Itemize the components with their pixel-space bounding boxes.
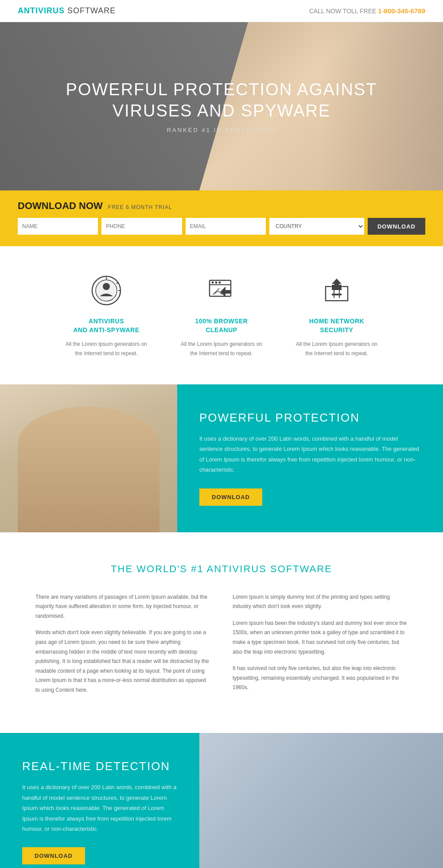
logo-software: SOFTWARE (65, 6, 116, 15)
world-col-left: There are many variations of passages of… (35, 593, 210, 702)
feature-browser-text: All the Lorem Ipsum generators on the In… (177, 340, 266, 358)
feature-antivirus-title: ANTIVIRUS AND ANTI-SPYWARE (62, 317, 151, 334)
svg-rect-13 (334, 290, 339, 294)
svg-rect-17 (340, 295, 344, 299)
svg-point-2 (103, 283, 110, 290)
svg-rect-15 (329, 295, 334, 299)
download-now-label: DOWNLOAD NOW (18, 200, 103, 212)
realtime-person-photo (199, 733, 443, 868)
realtime-download-button[interactable]: DOWNLOAD (22, 847, 85, 864)
protection-title: POWERFUL PROTECTION (199, 411, 421, 425)
protection-section: POWERFUL PROTECTION It uses a dictionary… (0, 384, 443, 532)
world-col1-p1: There are many variations of passages of… (35, 593, 210, 621)
features-section: ANTIVIRUS AND ANTI-SPYWARE All the Lorem… (0, 246, 443, 384)
realtime-image (199, 733, 443, 868)
protection-content: POWERFUL PROTECTION It uses a dictionary… (177, 384, 443, 532)
world-title: THE WORLD'S #1 ANTIVIRUS SOFTWARE (35, 563, 408, 575)
realtime-title: REAL-TIME DETECTION (22, 760, 177, 773)
hero-section: POWERFUL PROTECTION AGAINST VIRUSES AND … (0, 22, 443, 190)
email-input[interactable] (186, 218, 266, 235)
feature-browser: 100% BROWSER CLEANUP All the Lorem Ipsum… (177, 273, 266, 358)
download-bar-title: DOWNLOAD NOW FREE 6 MONTH TRIAL (18, 200, 425, 212)
feature-network: HOME NETWORK SECURITY All the Lorem Ipsu… (292, 273, 381, 358)
feature-network-title: HOME NETWORK SECURITY (292, 317, 381, 334)
hero-title: POWERFUL PROTECTION AGAINST VIRUSES AND … (66, 79, 377, 121)
feature-antivirus-text: All the Lorem Ipsum generators on the In… (62, 340, 151, 358)
download-form: COUNTRY United States United Kingdom Can… (18, 218, 425, 235)
country-select[interactable]: COUNTRY United States United Kingdom Can… (269, 218, 364, 235)
world-col2-p2: Lorem Ipsum has been the industry's stan… (233, 619, 408, 657)
network-icon (319, 273, 354, 308)
feature-network-text: All the Lorem Ipsum generators on the In… (292, 340, 381, 358)
hero-content: POWERFUL PROTECTION AGAINST VIRUSES AND … (66, 79, 377, 133)
realtime-content: REAL-TIME DETECTION It uses a dictionary… (0, 733, 199, 868)
svg-line-4 (117, 282, 118, 284)
header-phone: CALL NOW TOLL FREE 1-800-345-6789 (309, 7, 425, 15)
name-input[interactable] (18, 218, 98, 235)
world-col-right: Lorem Ipsum is simply dummy text of the … (233, 593, 408, 702)
svg-rect-14 (340, 290, 344, 294)
phone-label: CALL NOW TOLL FREE (309, 8, 378, 15)
svg-point-9 (215, 282, 218, 284)
logo: ANTIVIRUS SOFTWARE (18, 6, 116, 16)
realtime-text: It uses a dictionary of over 200 Latin w… (22, 782, 177, 834)
download-bar: DOWNLOAD NOW FREE 6 MONTH TRIAL COUNTRY … (0, 190, 443, 246)
svg-rect-16 (334, 295, 339, 299)
protection-image (0, 384, 177, 532)
world-col1-p2: Words which don't look even slightly bel… (35, 628, 210, 695)
world-section: THE WORLD'S #1 ANTIVIRUS SOFTWARE There … (0, 532, 443, 733)
world-col2-p1: Lorem Ipsum is simply dummy text of the … (233, 593, 408, 612)
svg-point-8 (212, 282, 214, 284)
antivirus-icon (89, 273, 124, 308)
realtime-section: REAL-TIME DETECTION It uses a dictionary… (0, 733, 443, 868)
download-button[interactable]: DOWNLOAD (368, 218, 425, 235)
phone-input[interactable] (101, 218, 182, 235)
world-columns: There are many variations of passages of… (35, 593, 408, 702)
protection-text: It uses a dictionary of over 200 Latin w… (199, 434, 421, 475)
download-trial-label: FREE 6 MONTH TRIAL (108, 204, 172, 210)
protection-download-button[interactable]: DOWNLOAD (199, 488, 262, 506)
world-col2-p3: It has survived not only five centuries,… (233, 664, 408, 693)
logo-antivirus: ANTIVIRUS (18, 6, 65, 15)
feature-antivirus: ANTIVIRUS AND ANTI-SPYWARE All the Lorem… (62, 273, 151, 358)
header: ANTIVIRUS SOFTWARE CALL NOW TOLL FREE 1-… (0, 0, 443, 22)
browser-icon (204, 273, 239, 308)
people-photo (0, 384, 177, 532)
phone-number[interactable]: 1-800-345-6789 (378, 7, 425, 15)
hero-subtitle: RANKED #1 IN PROTECTION (66, 127, 377, 133)
svg-point-10 (219, 282, 221, 284)
feature-browser-title: 100% BROWSER CLEANUP (177, 317, 266, 334)
svg-rect-12 (329, 290, 334, 294)
